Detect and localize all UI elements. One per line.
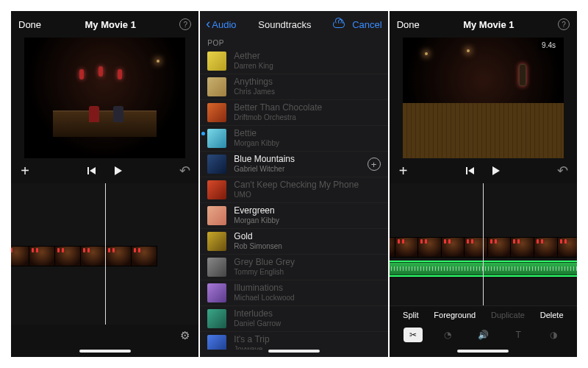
track-artist: Gabriel Witcher: [234, 165, 295, 174]
track-artist: UMO: [234, 191, 359, 199]
track-artist: Rob Simonsen: [234, 242, 282, 251]
editor-topbar: Done My Movie 1 ?: [11, 11, 198, 38]
track-artist: Darren King: [234, 62, 273, 71]
track-artist: Chris James: [234, 88, 275, 96]
help-icon[interactable]: ?: [179, 18, 191, 30]
help-icon[interactable]: ?: [558, 18, 570, 30]
foreground-button[interactable]: Foreground: [434, 311, 476, 319]
track-row[interactable]: Can't Keep Checking My PhoneUMO: [200, 177, 387, 203]
cloud-download-all-icon[interactable]: [333, 21, 345, 28]
album-art-icon: [207, 206, 226, 225]
speed-tool-icon[interactable]: ◔: [438, 328, 457, 342]
tool-row: ✂ ◔ 🔊 T ◑: [390, 323, 577, 347]
album-art-icon: [207, 52, 226, 71]
editor-bottom-bar: [11, 325, 198, 347]
track-row[interactable]: EvergreenMorgan Kibby: [200, 203, 387, 229]
track-row[interactable]: AnythingsChris James: [200, 74, 387, 100]
scissors-tool-icon[interactable]: ✂: [404, 328, 423, 342]
volume-tool-icon[interactable]: 🔊: [473, 328, 492, 342]
undo-button[interactable]: [556, 164, 570, 177]
track-title: Illuminations: [234, 283, 294, 294]
play-button[interactable]: [112, 164, 125, 177]
section-header-pop: POP: [200, 38, 387, 49]
back-to-audio-button[interactable]: Audio: [206, 18, 236, 30]
track-row[interactable]: Better Than ChocolateDriftmob Orchestra: [200, 100, 387, 126]
skip-to-start-button[interactable]: [85, 164, 98, 177]
track-row[interactable]: IlluminationsMichael Lockwood: [200, 280, 387, 306]
album-art-icon: [207, 103, 226, 122]
project-title: My Movie 1: [463, 19, 514, 30]
album-art-icon: [207, 180, 226, 199]
timeline[interactable]: [11, 183, 198, 325]
delete-button[interactable]: Delete: [540, 311, 564, 319]
transport-bar: +: [11, 158, 198, 183]
album-art-icon: [207, 335, 226, 350]
split-button[interactable]: Split: [403, 311, 418, 319]
track-artist: Daniel Garrow: [234, 319, 281, 328]
album-art-icon: [207, 258, 226, 277]
track-row[interactable]: BettieMorgan Kibby: [200, 126, 387, 152]
track-title: Grey Blue Grey: [234, 258, 295, 268]
settings-button[interactable]: [178, 329, 191, 342]
video-preview[interactable]: 9.4s: [403, 38, 564, 158]
playhead-icon: [105, 183, 106, 325]
home-indicator: [457, 350, 509, 353]
home-indicator: [79, 350, 131, 353]
duplicate-button: Duplicate: [491, 311, 525, 319]
undo-button[interactable]: [178, 164, 191, 177]
done-button[interactable]: Done: [397, 19, 420, 30]
album-art-icon: [207, 232, 226, 251]
track-title: Aether: [234, 52, 273, 62]
track-title: Gold: [234, 232, 282, 242]
project-title: My Movie 1: [85, 19, 136, 30]
album-art-icon: [207, 283, 226, 302]
play-button[interactable]: [490, 164, 503, 177]
track-row[interactable]: It's a TripJoywave: [200, 332, 387, 350]
add-media-button[interactable]: +: [18, 164, 32, 177]
soundtrack-list[interactable]: AetherDarren KingAnythingsChris JamesBet…: [200, 49, 387, 350]
track-artist: Morgan Kibby: [234, 216, 279, 225]
timeline[interactable]: tains: [390, 183, 577, 305]
track-title: Bettie: [234, 129, 279, 139]
done-button[interactable]: Done: [18, 19, 41, 30]
clip-action-bar: Split Foreground Duplicate Delete: [390, 305, 577, 323]
add-track-button[interactable]: +: [368, 158, 381, 171]
track-artist: Driftmob Orchestra: [234, 113, 322, 122]
track-artist: Joywave: [234, 345, 269, 350]
track-row[interactable]: GoldRob Simonsen: [200, 229, 387, 255]
skip-to-start-button[interactable]: [463, 164, 476, 177]
screen-editor-audio-selected: Done My Movie 1 ? 9.4s +: [390, 11, 577, 357]
screen-editor-basic: Done My Movie 1 ? +: [11, 11, 198, 357]
titles-tool-icon[interactable]: T: [509, 328, 528, 342]
track-artist: Morgan Kibby: [234, 139, 279, 148]
track-title: It's a Trip: [234, 335, 269, 345]
track-artist: Michael Lockwood: [234, 294, 294, 302]
screen-soundtracks: Audio Soundtracks Cancel POP AetherDarre…: [200, 11, 387, 357]
album-art-icon: [207, 77, 226, 96]
track-title: Can't Keep Checking My Phone: [234, 180, 359, 191]
page-title: Soundtracks: [258, 19, 311, 30]
track-title: Evergreen: [234, 206, 279, 216]
track-row[interactable]: AetherDarren King: [200, 49, 387, 74]
track-row[interactable]: Blue MountainsGabriel Witcher+: [200, 152, 387, 177]
clip-duration-chip: 9.4s: [538, 40, 559, 50]
editor-topbar: Done My Movie 1 ?: [390, 11, 577, 38]
add-media-button[interactable]: +: [397, 164, 410, 177]
track-title: Anythings: [234, 77, 275, 88]
filters-tool-icon[interactable]: ◑: [544, 328, 563, 342]
album-art-icon: [207, 129, 226, 148]
album-art-icon: [207, 155, 226, 174]
video-clip[interactable]: [11, 246, 157, 266]
track-row[interactable]: Grey Blue GreyTommy English: [200, 255, 387, 280]
track-title: Blue Mountains: [234, 155, 295, 165]
track-title: Interludes: [234, 309, 281, 319]
playhead-icon: [483, 183, 484, 305]
video-preview[interactable]: [24, 38, 185, 158]
transport-bar: +: [390, 158, 577, 183]
cancel-button[interactable]: Cancel: [352, 19, 381, 30]
soundtracks-topbar: Audio Soundtracks Cancel: [200, 11, 387, 38]
album-art-icon: [207, 309, 226, 328]
track-row[interactable]: InterludesDaniel Garrow: [200, 306, 387, 332]
back-label: Audio: [212, 19, 236, 30]
track-title: Better Than Chocolate: [234, 103, 322, 113]
